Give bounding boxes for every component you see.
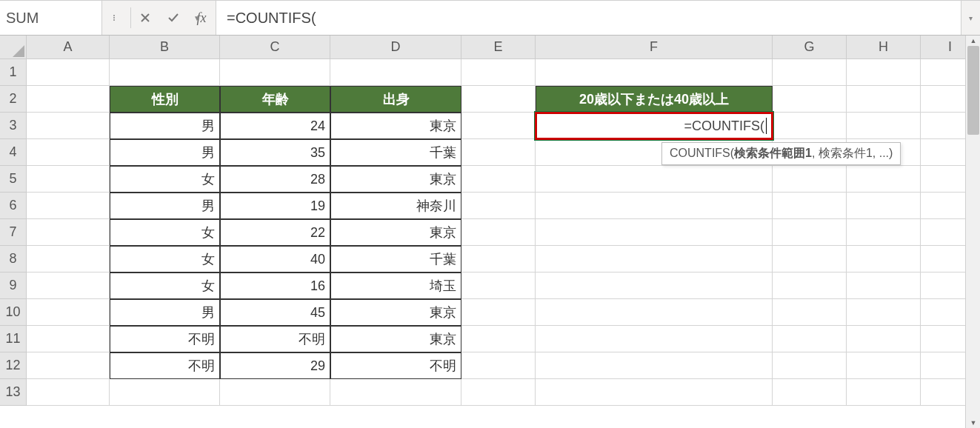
cell[interactable]: 東京 [330, 113, 461, 139]
name-box-dropdown-icon[interactable]: ▼ [193, 13, 201, 23]
cell[interactable] [27, 272, 110, 299]
cell[interactable]: 28 [220, 166, 330, 193]
cell[interactable]: 東京 [330, 166, 461, 193]
name-box-container[interactable]: ▼ [0, 1, 102, 35]
cell[interactable]: 19 [220, 193, 330, 219]
cell[interactable]: 不明 [220, 326, 330, 352]
select-all-corner[interactable] [0, 36, 27, 59]
row-header-10[interactable]: 10 [0, 299, 27, 326]
cell[interactable]: 神奈川 [330, 193, 461, 219]
cell[interactable]: 40 [220, 246, 330, 272]
cell[interactable] [27, 166, 110, 193]
row-header-11[interactable]: 11 [0, 326, 27, 352]
cell[interactable] [847, 193, 921, 219]
cell[interactable]: 不明 [330, 352, 461, 379]
row-header-5[interactable]: 5 [0, 166, 27, 193]
cell[interactable] [773, 113, 847, 139]
active-cell[interactable]: =COUNTIFS( [535, 112, 773, 140]
cell[interactable] [773, 246, 847, 272]
cell[interactable]: 千葉 [330, 139, 461, 166]
row-header-3[interactable]: 3 [0, 113, 27, 139]
formula-bar-expand-button[interactable]: ▾ [961, 1, 980, 35]
cell[interactable] [773, 59, 847, 86]
cell[interactable] [461, 299, 536, 326]
cell[interactable]: 年齢 [220, 86, 330, 113]
cell[interactable]: 男 [110, 299, 220, 326]
column-header-G[interactable]: G [773, 36, 847, 59]
cell[interactable] [461, 219, 536, 246]
column-header-H[interactable]: H [847, 36, 921, 59]
row-header-13[interactable]: 13 [0, 379, 27, 406]
cell[interactable]: 性別 [110, 86, 220, 113]
cell[interactable] [461, 272, 536, 299]
cell[interactable] [847, 166, 921, 193]
cell[interactable]: 29 [220, 352, 330, 379]
cell[interactable] [461, 246, 536, 272]
column-header-F[interactable]: F [536, 36, 773, 59]
cell[interactable] [27, 352, 110, 379]
cell[interactable] [536, 379, 773, 406]
row-header-8[interactable]: 8 [0, 246, 27, 272]
cell[interactable] [536, 352, 773, 379]
row-header-1[interactable]: 1 [0, 59, 27, 86]
cell[interactable] [536, 272, 773, 299]
cell[interactable] [847, 299, 921, 326]
cell[interactable]: 不明 [110, 326, 220, 352]
cell[interactable] [461, 86, 536, 113]
cell[interactable] [773, 166, 847, 193]
cell[interactable] [461, 193, 536, 219]
cell[interactable]: 出身 [330, 86, 461, 113]
cell[interactable]: 女 [110, 272, 220, 299]
cell[interactable] [773, 352, 847, 379]
column-header-C[interactable]: C [220, 36, 330, 59]
vertical-scrollbar[interactable]: ▲ ▼ [965, 36, 980, 428]
cell[interactable]: 埼玉 [330, 272, 461, 299]
cell[interactable]: 22 [220, 219, 330, 246]
cell[interactable]: 東京 [330, 299, 461, 326]
cell[interactable] [461, 352, 536, 379]
row-header-9[interactable]: 9 [0, 272, 27, 299]
cell[interactable] [847, 246, 921, 272]
cell[interactable] [847, 219, 921, 246]
cell[interactable] [27, 246, 110, 272]
column-header-A[interactable]: A [27, 36, 110, 59]
column-header-D[interactable]: D [330, 36, 461, 59]
cell[interactable] [773, 326, 847, 352]
cell[interactable] [536, 59, 773, 86]
cell[interactable] [847, 272, 921, 299]
cell[interactable] [330, 59, 461, 86]
cell[interactable] [461, 326, 536, 352]
cell[interactable] [220, 379, 330, 406]
row-header-2[interactable]: 2 [0, 86, 27, 113]
cell[interactable]: 男 [110, 139, 220, 166]
cell[interactable] [461, 59, 536, 86]
cell[interactable] [773, 86, 847, 113]
cell[interactable]: 女 [110, 219, 220, 246]
cell[interactable] [847, 59, 921, 86]
cell[interactable] [330, 379, 461, 406]
cell[interactable] [536, 299, 773, 326]
row-header-4[interactable]: 4 [0, 139, 27, 166]
row-header-12[interactable]: 12 [0, 352, 27, 379]
cell[interactable] [27, 113, 110, 139]
cell[interactable] [27, 193, 110, 219]
cell[interactable] [847, 379, 921, 406]
cell[interactable]: 東京 [330, 326, 461, 352]
cell[interactable] [461, 379, 536, 406]
cell[interactable]: 24 [220, 113, 330, 139]
cell[interactable] [220, 59, 330, 86]
cell[interactable] [773, 379, 847, 406]
cell[interactable] [536, 326, 773, 352]
cell[interactable]: 45 [220, 299, 330, 326]
formula-input[interactable] [216, 1, 961, 35]
cell[interactable] [27, 379, 110, 406]
cell[interactable]: 千葉 [330, 246, 461, 272]
scroll-up-icon[interactable]: ▲ [966, 36, 980, 46]
cell[interactable] [27, 219, 110, 246]
cell[interactable] [461, 166, 536, 193]
cell[interactable] [773, 193, 847, 219]
scroll-thumb[interactable] [967, 46, 979, 135]
cell[interactable] [27, 299, 110, 326]
cell[interactable] [536, 219, 773, 246]
cell[interactable] [536, 193, 773, 219]
